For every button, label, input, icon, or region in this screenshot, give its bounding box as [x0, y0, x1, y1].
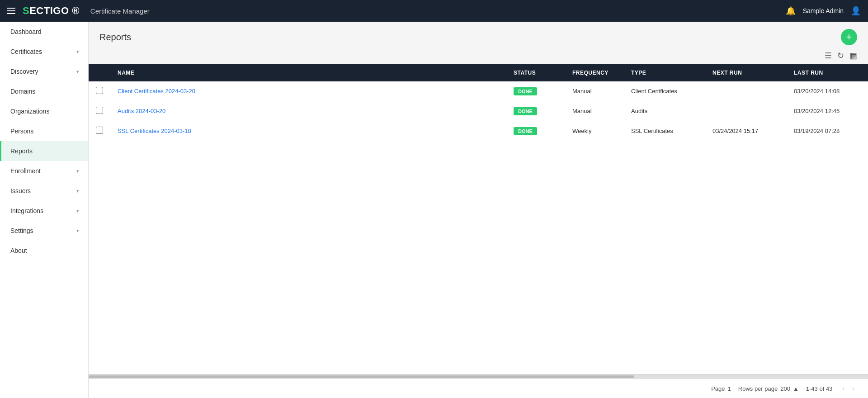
- sidebar-item-settings[interactable]: Settings▾: [0, 221, 88, 241]
- table-row: Client Certificates 2024-03-20DONEManual…: [89, 81, 868, 101]
- row-status-2: DONE: [506, 121, 565, 141]
- sidebar-item-label-persons: Persons: [10, 128, 33, 135]
- row-checkbox-0[interactable]: [96, 87, 103, 94]
- sidebar-item-label-about: About: [10, 247, 27, 254]
- sidebar-item-reports[interactable]: Reports: [0, 141, 88, 161]
- rows-per-page-label: Rows per page 200 ▲: [738, 385, 799, 392]
- sidebar-item-label-domains: Domains: [10, 88, 35, 95]
- logo: SECTIGO ®: [23, 5, 80, 17]
- page-header: Reports +: [89, 22, 868, 49]
- sidebar-item-discovery[interactable]: Discovery▾: [0, 62, 88, 81]
- row-next-run-1: [705, 101, 787, 121]
- row-checkbox-cell: [89, 101, 110, 121]
- row-next-run-0: [705, 81, 787, 101]
- sidebar-item-integrations[interactable]: Integrations▾: [0, 201, 88, 221]
- sidebar: DashboardCertificates▾Discovery▾DomainsO…: [0, 22, 89, 398]
- chevron-down-icon: ▾: [76, 208, 79, 214]
- chevron-down-icon: ▾: [76, 168, 79, 174]
- view-toggle-icon[interactable]: ▦: [849, 51, 857, 61]
- row-frequency-1: Manual: [565, 101, 624, 121]
- rows-per-page-value[interactable]: 200: [780, 385, 790, 392]
- header-status-col[interactable]: STATUS: [506, 64, 565, 81]
- sidebar-item-enrollment[interactable]: Enrollment▾: [0, 161, 88, 181]
- header-name-col[interactable]: NAME: [110, 64, 506, 81]
- header-type-col[interactable]: TYPE: [624, 64, 705, 81]
- table-toolbar: ☰ ↻ ▦: [89, 49, 868, 64]
- next-page-button[interactable]: ›: [849, 384, 857, 393]
- row-last-run-2: 03/19/2024 07:28: [787, 121, 868, 141]
- filter-columns-icon[interactable]: ☰: [825, 51, 832, 61]
- page-number: 1: [728, 385, 731, 392]
- header-right: 🔔 Sample Admin 👤: [786, 6, 861, 16]
- page-label: Page 1: [711, 385, 731, 392]
- header-frequency-col[interactable]: FREQUENCY: [565, 64, 624, 81]
- top-header: SECTIGO ® Certificate Manager 🔔 Sample A…: [0, 0, 868, 22]
- page-navigation: ‹ ›: [840, 384, 857, 393]
- row-name-0[interactable]: Client Certificates 2024-03-20: [110, 81, 506, 101]
- sidebar-item-label-settings: Settings: [10, 227, 33, 234]
- row-checkbox-cell: [89, 121, 110, 141]
- user-profile-icon[interactable]: 👤: [851, 6, 861, 16]
- row-last-run-1: 03/20/2024 12:45: [787, 101, 868, 121]
- main-layout: DashboardCertificates▾Discovery▾DomainsO…: [0, 22, 868, 398]
- sidebar-item-label-organizations: Organizations: [10, 108, 49, 115]
- row-checkbox-2[interactable]: [96, 127, 103, 134]
- chevron-down-icon: ▾: [76, 49, 79, 55]
- row-frequency-0: Manual: [565, 81, 624, 101]
- rows-text: Rows per page: [738, 385, 778, 392]
- status-badge-1: DONE: [514, 107, 537, 115]
- scrollbar-thumb[interactable]: [89, 375, 634, 378]
- table-row: Audits 2024-03-20DONEManualAudits03/20/2…: [89, 101, 868, 121]
- row-status-0: DONE: [506, 81, 565, 101]
- logo-s: S: [23, 5, 29, 16]
- row-type-0: Client Certificates: [624, 81, 705, 101]
- status-badge-0: DONE: [514, 87, 537, 95]
- main-content: Reports + ☰ ↻ ▦ NAME STATUS FREQUENCY TY…: [89, 22, 868, 398]
- reports-table: NAME STATUS FREQUENCY TYPE NEXT RUN LAST…: [89, 64, 868, 141]
- sidebar-item-label-issuers: Issuers: [10, 187, 31, 194]
- row-name-2[interactable]: SSL Certificates 2024-03-18: [110, 121, 506, 141]
- prev-page-button[interactable]: ‹: [840, 384, 847, 393]
- page-title: Reports: [99, 32, 131, 43]
- row-frequency-2: Weekly: [565, 121, 624, 141]
- add-report-button[interactable]: +: [841, 29, 857, 45]
- row-last-run-0: 03/20/2024 14:08: [787, 81, 868, 101]
- header-nextrun-col[interactable]: NEXT RUN: [705, 64, 787, 81]
- row-checkbox-1[interactable]: [96, 107, 103, 114]
- hamburger-menu-icon[interactable]: [7, 8, 15, 14]
- header-checkbox-col: [89, 64, 110, 81]
- sidebar-item-label-enrollment: Enrollment: [10, 167, 41, 175]
- sidebar-item-domains[interactable]: Domains: [0, 81, 88, 101]
- sidebar-item-dashboard[interactable]: Dashboard: [0, 22, 88, 42]
- reports-table-container: NAME STATUS FREQUENCY TYPE NEXT RUN LAST…: [89, 64, 868, 374]
- sidebar-item-certificates[interactable]: Certificates▾: [0, 42, 88, 62]
- chevron-down-icon: ▾: [76, 188, 79, 194]
- page-text: Page: [711, 385, 725, 392]
- horizontal-scrollbar[interactable]: [89, 374, 868, 379]
- sidebar-item-issuers[interactable]: Issuers▾: [0, 181, 88, 201]
- header-lastrun-col[interactable]: LAST RUN: [787, 64, 868, 81]
- sidebar-item-persons[interactable]: Persons: [0, 121, 88, 141]
- row-status-1: DONE: [506, 101, 565, 121]
- sidebar-item-label-certificates: Certificates: [10, 48, 42, 55]
- row-name-1[interactable]: Audits 2024-03-20: [110, 101, 506, 121]
- row-type-2: SSL Certificates: [624, 121, 705, 141]
- bell-icon[interactable]: 🔔: [786, 6, 796, 16]
- sidebar-item-label-reports: Reports: [10, 147, 33, 155]
- sidebar-item-label-integrations: Integrations: [10, 207, 43, 214]
- chevron-down-icon: ▾: [76, 69, 79, 75]
- status-badge-2: DONE: [514, 127, 537, 135]
- table-header-row: NAME STATUS FREQUENCY TYPE NEXT RUN LAST…: [89, 64, 868, 81]
- app-title: Certificate Manager: [90, 7, 150, 15]
- sidebar-item-organizations[interactable]: Organizations: [0, 101, 88, 121]
- logo-text: SECTIGO ®: [23, 5, 80, 17]
- user-name-label: Sample Admin: [803, 7, 844, 14]
- row-type-1: Audits: [624, 101, 705, 121]
- row-checkbox-cell: [89, 81, 110, 101]
- rows-sort-icon[interactable]: ▲: [793, 385, 799, 392]
- pagination-bar: Page 1 Rows per page 200 ▲ 1-43 of 43 ‹ …: [89, 379, 868, 398]
- logo-rest: ECTIGO ®: [29, 5, 80, 16]
- page-info: 1-43 of 43: [806, 385, 833, 392]
- sidebar-item-about[interactable]: About: [0, 241, 88, 261]
- refresh-icon[interactable]: ↻: [837, 51, 844, 61]
